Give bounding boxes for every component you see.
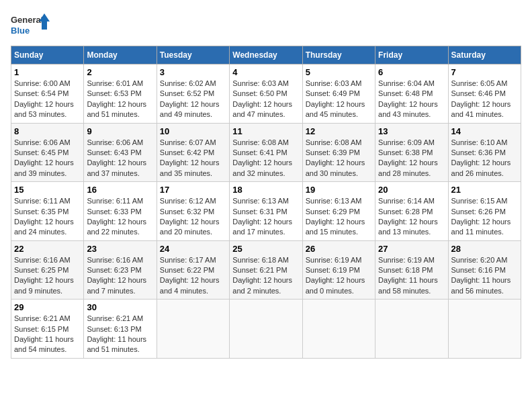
day-info: Sunrise: 6:00 AM Sunset: 6:54 PM Dayligh… xyxy=(14,79,81,120)
day-number: 29 xyxy=(14,302,81,312)
header-saturday: Saturday xyxy=(448,46,521,64)
logo-svg: General Blue xyxy=(11,11,51,38)
header-thursday: Thursday xyxy=(302,46,375,64)
day-info: Sunrise: 6:19 AM Sunset: 6:19 PM Dayligh… xyxy=(306,255,372,297)
calendar-cell: 10Sunrise: 6:07 AM Sunset: 6:42 PM Dayli… xyxy=(157,123,229,182)
day-number: 24 xyxy=(160,244,226,254)
calendar-cell: 11Sunrise: 6:08 AM Sunset: 6:41 PM Dayli… xyxy=(230,123,302,182)
day-info: Sunrise: 6:07 AM Sunset: 6:42 PM Dayligh… xyxy=(160,138,226,179)
calendar-week-3: 15Sunrise: 6:11 AM Sunset: 6:35 PM Dayli… xyxy=(11,182,521,241)
day-number: 21 xyxy=(451,185,518,195)
day-info: Sunrise: 6:03 AM Sunset: 6:49 PM Dayligh… xyxy=(306,79,372,120)
day-number: 20 xyxy=(378,185,445,195)
page-header: General Blue xyxy=(11,11,521,38)
day-number: 15 xyxy=(14,185,81,195)
calendar-cell: 15Sunrise: 6:11 AM Sunset: 6:35 PM Dayli… xyxy=(11,182,84,241)
day-info: Sunrise: 6:15 AM Sunset: 6:26 PM Dayligh… xyxy=(451,196,518,238)
day-info: Sunrise: 6:16 AM Sunset: 6:25 PM Dayligh… xyxy=(14,255,81,297)
calendar-cell: 14Sunrise: 6:10 AM Sunset: 6:36 PM Dayli… xyxy=(448,123,521,182)
calendar-cell: 30Sunrise: 6:21 AM Sunset: 6:13 PM Dayli… xyxy=(84,300,157,359)
header-sunday: Sunday xyxy=(11,46,84,64)
calendar-cell: 18Sunrise: 6:13 AM Sunset: 6:31 PM Dayli… xyxy=(230,182,302,241)
day-number: 1 xyxy=(14,67,81,77)
day-info: Sunrise: 6:14 AM Sunset: 6:28 PM Dayligh… xyxy=(378,196,445,238)
day-info: Sunrise: 6:06 AM Sunset: 6:43 PM Dayligh… xyxy=(87,138,153,179)
header-friday: Friday xyxy=(375,46,448,64)
calendar-table: SundayMondayTuesdayWednesdayThursdayFrid… xyxy=(11,46,521,359)
calendar-cell: 7Sunrise: 6:05 AM Sunset: 6:46 PM Daylig… xyxy=(448,64,521,124)
calendar-cell: 20Sunrise: 6:14 AM Sunset: 6:28 PM Dayli… xyxy=(375,182,448,241)
day-number: 18 xyxy=(232,185,299,195)
day-number: 16 xyxy=(87,185,153,195)
calendar-cell: 22Sunrise: 6:16 AM Sunset: 6:25 PM Dayli… xyxy=(11,240,84,300)
day-number: 25 xyxy=(232,244,299,254)
day-number: 3 xyxy=(160,67,226,77)
calendar-cell xyxy=(230,300,302,359)
calendar-cell: 4Sunrise: 6:03 AM Sunset: 6:50 PM Daylig… xyxy=(230,64,302,124)
calendar-week-5: 29Sunrise: 6:21 AM Sunset: 6:15 PM Dayli… xyxy=(11,300,521,359)
day-info: Sunrise: 6:13 AM Sunset: 6:31 PM Dayligh… xyxy=(232,196,299,238)
day-info: Sunrise: 6:11 AM Sunset: 6:35 PM Dayligh… xyxy=(14,196,81,238)
day-number: 11 xyxy=(232,126,299,136)
day-number: 23 xyxy=(87,244,153,254)
day-number: 30 xyxy=(87,302,153,312)
calendar-cell: 8Sunrise: 6:06 AM Sunset: 6:45 PM Daylig… xyxy=(11,123,84,182)
calendar-cell: 25Sunrise: 6:18 AM Sunset: 6:21 PM Dayli… xyxy=(230,240,302,300)
calendar-cell xyxy=(157,300,229,359)
day-info: Sunrise: 6:06 AM Sunset: 6:45 PM Dayligh… xyxy=(14,138,81,179)
header-monday: Monday xyxy=(84,46,157,64)
day-number: 19 xyxy=(306,185,372,195)
calendar-cell: 6Sunrise: 6:04 AM Sunset: 6:48 PM Daylig… xyxy=(375,64,448,124)
header-wednesday: Wednesday xyxy=(230,46,302,64)
day-info: Sunrise: 6:10 AM Sunset: 6:36 PM Dayligh… xyxy=(451,138,518,179)
day-info: Sunrise: 6:09 AM Sunset: 6:38 PM Dayligh… xyxy=(378,138,445,179)
day-number: 2 xyxy=(87,67,153,77)
day-number: 26 xyxy=(306,244,372,254)
day-info: Sunrise: 6:16 AM Sunset: 6:23 PM Dayligh… xyxy=(87,255,153,297)
day-info: Sunrise: 6:19 AM Sunset: 6:18 PM Dayligh… xyxy=(378,255,445,297)
calendar-cell: 9Sunrise: 6:06 AM Sunset: 6:43 PM Daylig… xyxy=(84,123,157,182)
day-info: Sunrise: 6:21 AM Sunset: 6:13 PM Dayligh… xyxy=(87,314,153,355)
calendar-cell xyxy=(448,300,521,359)
calendar-cell: 29Sunrise: 6:21 AM Sunset: 6:15 PM Dayli… xyxy=(11,300,84,359)
day-info: Sunrise: 6:04 AM Sunset: 6:48 PM Dayligh… xyxy=(378,79,445,120)
calendar-cell xyxy=(302,300,375,359)
calendar-cell: 13Sunrise: 6:09 AM Sunset: 6:38 PM Dayli… xyxy=(375,123,448,182)
calendar-cell: 23Sunrise: 6:16 AM Sunset: 6:23 PM Dayli… xyxy=(84,240,157,300)
day-info: Sunrise: 6:13 AM Sunset: 6:29 PM Dayligh… xyxy=(306,196,372,238)
day-number: 6 xyxy=(378,67,445,77)
day-number: 4 xyxy=(232,67,299,77)
day-info: Sunrise: 6:03 AM Sunset: 6:50 PM Dayligh… xyxy=(232,79,299,120)
day-number: 27 xyxy=(378,244,445,254)
calendar-cell: 12Sunrise: 6:08 AM Sunset: 6:39 PM Dayli… xyxy=(302,123,375,182)
calendar-cell: 21Sunrise: 6:15 AM Sunset: 6:26 PM Dayli… xyxy=(448,182,521,241)
day-number: 28 xyxy=(451,244,518,254)
day-number: 7 xyxy=(451,67,518,77)
day-info: Sunrise: 6:02 AM Sunset: 6:52 PM Dayligh… xyxy=(160,79,226,120)
day-number: 12 xyxy=(306,126,372,136)
logo: General Blue xyxy=(11,11,51,38)
calendar-cell xyxy=(375,300,448,359)
day-info: Sunrise: 6:11 AM Sunset: 6:33 PM Dayligh… xyxy=(87,196,153,238)
calendar-header-row: SundayMondayTuesdayWednesdayThursdayFrid… xyxy=(11,46,521,64)
day-info: Sunrise: 6:05 AM Sunset: 6:46 PM Dayligh… xyxy=(451,79,518,120)
day-info: Sunrise: 6:12 AM Sunset: 6:32 PM Dayligh… xyxy=(160,196,226,238)
calendar-cell: 24Sunrise: 6:17 AM Sunset: 6:22 PM Dayli… xyxy=(157,240,229,300)
day-info: Sunrise: 6:20 AM Sunset: 6:16 PM Dayligh… xyxy=(451,255,518,297)
day-number: 14 xyxy=(451,126,518,136)
day-number: 13 xyxy=(378,126,445,136)
day-info: Sunrise: 6:17 AM Sunset: 6:22 PM Dayligh… xyxy=(160,255,226,297)
day-number: 8 xyxy=(14,126,81,136)
day-number: 10 xyxy=(160,126,226,136)
day-info: Sunrise: 6:08 AM Sunset: 6:41 PM Dayligh… xyxy=(232,138,299,179)
calendar-cell: 19Sunrise: 6:13 AM Sunset: 6:29 PM Dayli… xyxy=(302,182,375,241)
day-number: 22 xyxy=(14,244,81,254)
calendar-cell: 26Sunrise: 6:19 AM Sunset: 6:19 PM Dayli… xyxy=(302,240,375,300)
svg-text:General: General xyxy=(11,15,43,25)
day-number: 5 xyxy=(306,67,372,77)
calendar-cell: 3Sunrise: 6:02 AM Sunset: 6:52 PM Daylig… xyxy=(157,64,229,124)
calendar-cell: 5Sunrise: 6:03 AM Sunset: 6:49 PM Daylig… xyxy=(302,64,375,124)
day-info: Sunrise: 6:21 AM Sunset: 6:15 PM Dayligh… xyxy=(14,314,81,355)
calendar-cell: 28Sunrise: 6:20 AM Sunset: 6:16 PM Dayli… xyxy=(448,240,521,300)
header-tuesday: Tuesday xyxy=(157,46,229,64)
